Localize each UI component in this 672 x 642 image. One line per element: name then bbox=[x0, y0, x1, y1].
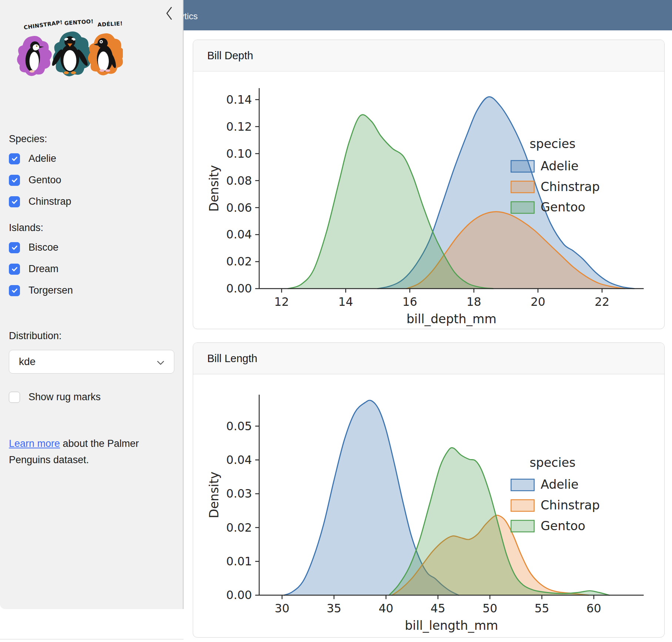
main-content: Bill Depth 1214161820220.000.020.040.060… bbox=[184, 30, 672, 642]
svg-text:0.00: 0.00 bbox=[226, 588, 252, 602]
distribution-select[interactable]: kde bbox=[9, 350, 174, 374]
svg-text:0.12: 0.12 bbox=[226, 120, 252, 133]
bill-length-chart: 303540455055600.000.010.020.030.040.05bi… bbox=[199, 380, 658, 633]
bill-depth-card-body: 1214161820220.000.020.040.060.080.100.12… bbox=[193, 71, 664, 327]
chevron-left-icon bbox=[166, 7, 172, 21]
checkbox-gentoo[interactable] bbox=[9, 175, 20, 186]
chinstrap-artwork-label: CHINSTRAP! bbox=[23, 19, 63, 31]
sidebar: CHINSTRAP! GENTOO! bbox=[0, 0, 184, 609]
svg-text:Density: Density bbox=[207, 472, 221, 518]
app-root: Palmer Penguins Cobblepot Analytics bbox=[0, 0, 672, 642]
svg-text:60: 60 bbox=[586, 602, 601, 615]
adelie-artwork-label: ADÉLIE! bbox=[97, 20, 123, 28]
svg-text:0.08: 0.08 bbox=[226, 174, 252, 187]
svg-text:45: 45 bbox=[430, 602, 445, 615]
rug-marks-checkbox-row[interactable]: Show rug marks bbox=[9, 391, 174, 403]
svg-text:0.02: 0.02 bbox=[226, 255, 252, 268]
checkbox-torgersen[interactable] bbox=[9, 285, 20, 296]
svg-text:0.10: 0.10 bbox=[226, 147, 252, 160]
svg-text:bill_length_mm: bill_length_mm bbox=[404, 618, 498, 633]
svg-text:species: species bbox=[530, 455, 575, 470]
svg-text:12: 12 bbox=[274, 295, 289, 308]
checkbox-label-chinstrap: Chinstrap bbox=[28, 196, 71, 207]
svg-text:18: 18 bbox=[466, 295, 481, 308]
learn-more-text: Learn more about the Palmer Penguins dat… bbox=[9, 435, 164, 468]
svg-text:0.00: 0.00 bbox=[226, 282, 252, 295]
svg-text:0.02: 0.02 bbox=[226, 521, 252, 534]
bill-length-card-header: Bill Length bbox=[193, 343, 664, 374]
rug-marks-label: Show rug marks bbox=[28, 391, 101, 403]
sidebar-collapse-button[interactable] bbox=[164, 7, 175, 21]
checkbox-dream[interactable] bbox=[9, 264, 20, 275]
checkbox-label-torgersen: Torgersen bbox=[28, 285, 73, 296]
svg-text:Chinstrap: Chinstrap bbox=[541, 498, 600, 512]
distribution-section-label: Distribution: bbox=[9, 330, 174, 342]
svg-text:0.06: 0.06 bbox=[226, 201, 252, 214]
island-checkbox-row-dream[interactable]: Dream bbox=[9, 263, 174, 275]
svg-text:0.14: 0.14 bbox=[226, 93, 252, 106]
svg-text:22: 22 bbox=[595, 295, 609, 308]
svg-text:Density: Density bbox=[207, 165, 221, 212]
bill-length-card-body: 303540455055600.000.010.020.030.040.05bi… bbox=[193, 374, 664, 633]
svg-text:Gentoo: Gentoo bbox=[541, 519, 585, 533]
species-checkbox-row-gentoo[interactable]: Gentoo bbox=[9, 174, 174, 186]
island-checkbox-row-torgersen[interactable]: Torgersen bbox=[9, 285, 174, 296]
svg-text:Adelie: Adelie bbox=[541, 477, 578, 492]
bill-length-card: Bill Length 303540455055600.000.010.020.… bbox=[193, 342, 665, 638]
checkbox-label-dream: Dream bbox=[28, 263, 58, 275]
checkbox-label-adelie: Adelie bbox=[28, 153, 56, 164]
gentoo-artwork-label: GENTOO! bbox=[64, 18, 94, 26]
bill-depth-card-header: Bill Depth bbox=[193, 40, 664, 71]
svg-text:0.05: 0.05 bbox=[226, 419, 252, 433]
svg-text:40: 40 bbox=[379, 602, 393, 615]
svg-text:35: 35 bbox=[326, 602, 341, 615]
svg-text:bill_depth_mm: bill_depth_mm bbox=[406, 312, 496, 326]
svg-text:0.01: 0.01 bbox=[226, 555, 252, 568]
species-section-label: Species: bbox=[9, 133, 174, 145]
checkbox-chinstrap[interactable] bbox=[9, 196, 20, 207]
bill-depth-card: Bill Depth 1214161820220.000.020.040.060… bbox=[193, 40, 665, 329]
svg-text:20: 20 bbox=[530, 295, 545, 308]
svg-text:0.03: 0.03 bbox=[226, 487, 252, 500]
chevron-down-icon bbox=[157, 356, 164, 368]
checkbox-adelie[interactable] bbox=[9, 153, 20, 164]
checkbox-label-biscoe: Biscoe bbox=[28, 242, 58, 253]
species-checkbox-row-adelie[interactable]: Adelie bbox=[9, 153, 174, 164]
distribution-selected-value: kde bbox=[19, 356, 36, 368]
svg-text:50: 50 bbox=[483, 602, 497, 615]
svg-text:species: species bbox=[530, 137, 575, 151]
bill-depth-chart: 1214161820220.000.020.040.060.080.100.12… bbox=[199, 74, 658, 327]
bill-length-card-title: Bill Length bbox=[207, 352, 257, 365]
svg-text:Gentoo: Gentoo bbox=[541, 200, 585, 214]
svg-text:Adelie: Adelie bbox=[541, 159, 578, 173]
svg-text:Chinstrap: Chinstrap bbox=[541, 180, 600, 194]
svg-text:30: 30 bbox=[275, 602, 289, 615]
island-checkbox-row-biscoe[interactable]: Biscoe bbox=[9, 242, 174, 253]
penguins-artwork-image: CHINSTRAP! GENTOO! bbox=[11, 16, 174, 90]
svg-text:14: 14 bbox=[338, 295, 353, 308]
svg-text:55: 55 bbox=[534, 602, 549, 615]
checkbox-biscoe[interactable] bbox=[9, 242, 20, 253]
checkbox-label-gentoo: Gentoo bbox=[28, 174, 61, 186]
svg-text:16: 16 bbox=[402, 295, 417, 308]
learn-more-link[interactable]: Learn more bbox=[9, 438, 60, 449]
islands-section-label: Islands: bbox=[9, 222, 174, 234]
svg-text:0.04: 0.04 bbox=[226, 228, 252, 241]
checkbox-show-rug-marks[interactable] bbox=[9, 392, 20, 403]
svg-text:0.04: 0.04 bbox=[226, 453, 252, 467]
species-checkbox-row-chinstrap[interactable]: Chinstrap bbox=[9, 196, 174, 207]
bill-depth-card-title: Bill Depth bbox=[207, 50, 253, 62]
